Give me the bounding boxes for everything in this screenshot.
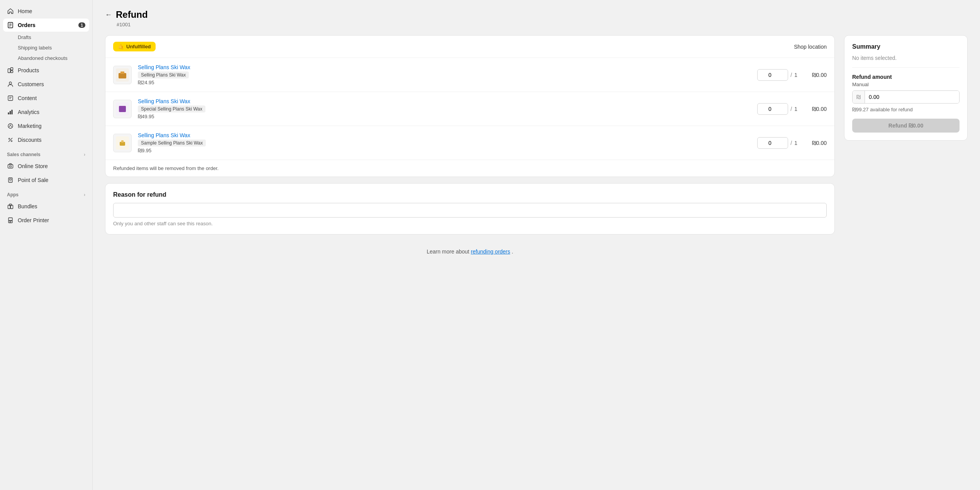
product-thumbnail-2: [113, 100, 132, 118]
refund-note: Refunded items will be removed from the …: [105, 160, 834, 177]
sidebar-item-pos[interactable]: Point of Sale: [3, 174, 89, 187]
reason-title: Reason for refund: [113, 191, 827, 198]
qty-separator-2: /: [790, 106, 792, 112]
svg-rect-34: [120, 71, 124, 74]
product-total-3: ₪0.00: [804, 140, 827, 146]
sidebar-item-online-store-label: Online Store: [18, 163, 48, 169]
refund-amount-title: Refund amount: [852, 74, 960, 80]
qty-input-1[interactable]: [757, 69, 788, 81]
refunding-orders-link[interactable]: refunding orders: [471, 248, 510, 255]
product-variant-2: Special Selling Plans Ski Wax: [138, 105, 205, 112]
analytics-icon: [7, 109, 14, 116]
apps-chevron: ›: [84, 192, 85, 197]
apps-section: Apps ›: [3, 187, 89, 199]
svg-rect-4: [8, 69, 10, 73]
svg-rect-12: [10, 111, 11, 114]
svg-point-16: [9, 138, 10, 140]
sidebar-item-content[interactable]: Content: [3, 92, 89, 105]
qty-max-1: 1: [794, 72, 797, 78]
svg-rect-6: [11, 71, 13, 73]
product-variant-1: Selling Plans Ski Wax: [138, 71, 189, 78]
summary-title: Summary: [852, 43, 960, 50]
back-button[interactable]: ←: [105, 11, 112, 19]
sidebar-item-marketing[interactable]: Marketing: [3, 119, 89, 133]
manual-label: Manual: [852, 82, 960, 87]
sidebar-sub-item-abandoned[interactable]: Abandoned checkouts: [3, 53, 89, 63]
product-price-2: ₪49.95: [138, 114, 751, 119]
status-badge: 🤙 Unfulfilled: [113, 42, 156, 51]
page-footer: Learn more about refunding orders .: [105, 241, 835, 259]
qty-group-3: / 1: [757, 137, 797, 149]
status-text: Unfulfilled: [126, 44, 151, 49]
sidebar-sub-item-shipping-label: Shipping labels: [18, 45, 52, 51]
sidebar-item-order-printer-label: Order Printer: [18, 217, 49, 223]
sidebar-sub-item-drafts[interactable]: Drafts: [3, 32, 89, 42]
svg-point-17: [11, 141, 12, 142]
refund-button[interactable]: Refund ₪0.00: [852, 119, 960, 133]
amount-input[interactable]: [865, 91, 959, 103]
product-name-link-3[interactable]: Selling Plans Ski Wax: [138, 132, 751, 138]
available-hint: ₪99.27 available for refund: [852, 107, 960, 112]
qty-input-2[interactable]: [757, 103, 788, 115]
orders-icon: [7, 22, 14, 29]
reason-input[interactable]: [113, 203, 827, 218]
product-name-link-1[interactable]: Selling Plans Ski Wax: [138, 64, 751, 70]
sidebar-item-orders[interactable]: Orders 1: [3, 19, 89, 32]
sidebar-item-online-store[interactable]: Online Store: [3, 160, 89, 173]
svg-line-18: [8, 138, 12, 142]
qty-group-2: / 1: [757, 103, 797, 115]
sidebar-item-bundles-label: Bundles: [18, 203, 37, 209]
sidebar-item-products[interactable]: Products: [3, 64, 89, 77]
sidebar-item-products-label: Products: [18, 67, 39, 73]
sidebar-item-content-label: Content: [18, 95, 37, 101]
reason-hint: Only you and other staff can see this re…: [113, 221, 827, 226]
sidebar-item-bundles[interactable]: Bundles: [3, 200, 89, 213]
product-price-1: ₪24.95: [138, 80, 751, 85]
home-icon: [7, 8, 14, 15]
product-price-3: ₪9.95: [138, 148, 751, 153]
svg-rect-33: [119, 73, 126, 78]
orders-badge: 1: [78, 22, 85, 28]
summary-card: Summary No items selected. Refund amount…: [844, 35, 968, 141]
discounts-icon: [7, 136, 14, 143]
product-name-link-2[interactable]: Selling Plans Ski Wax: [138, 98, 751, 104]
summary-empty: No items selected.: [852, 55, 960, 68]
content-area: 🤙 Unfulfilled Shop location: [105, 35, 968, 259]
svg-rect-20: [10, 166, 12, 167]
table-row: Selling Plans Ski Wax Sample Selling Pla…: [105, 126, 834, 160]
bundles-icon: [7, 203, 14, 210]
svg-rect-39: [121, 140, 124, 143]
marketing-icon: [7, 122, 14, 129]
amount-input-wrapper: ₪: [852, 90, 960, 104]
status-row: 🤙 Unfulfilled Shop location: [105, 36, 834, 58]
product-variant-3: Sample Selling Plans Ski Wax: [138, 140, 206, 146]
sidebar: Home Orders 1 Drafts Shipping labels Aba…: [0, 0, 93, 490]
svg-rect-22: [10, 179, 12, 180]
sidebar-item-discounts[interactable]: Discounts: [3, 133, 89, 146]
sidebar-item-customers[interactable]: Customers: [3, 78, 89, 91]
qty-max-3: 1: [794, 140, 797, 146]
sidebar-item-marketing-label: Marketing: [18, 123, 41, 129]
sidebar-item-orders-label: Orders: [18, 22, 36, 28]
order-printer-icon: [7, 217, 14, 224]
qty-input-3[interactable]: [757, 137, 788, 149]
table-row: Selling Plans Ski Wax Special Selling Pl…: [105, 92, 834, 126]
sidebar-item-home-label: Home: [18, 8, 32, 14]
sales-channels-chevron: ›: [84, 152, 85, 157]
sidebar-item-analytics[interactable]: Analytics: [3, 105, 89, 119]
product-info-2: Selling Plans Ski Wax Special Selling Pl…: [138, 98, 751, 119]
sidebar-sub-item-shipping[interactable]: Shipping labels: [3, 43, 89, 53]
svg-rect-11: [8, 112, 9, 114]
svg-rect-19: [8, 165, 13, 168]
sidebar-item-home[interactable]: Home: [3, 5, 89, 18]
svg-rect-36: [119, 106, 126, 112]
qty-separator-3: /: [790, 140, 792, 146]
sidebar-item-discounts-label: Discounts: [18, 137, 41, 143]
sidebar-item-customers-label: Customers: [18, 81, 44, 87]
status-emoji: 🤙: [118, 44, 124, 49]
product-total-1: ₪0.00: [804, 72, 827, 78]
svg-rect-13: [12, 110, 13, 114]
sidebar-item-order-printer[interactable]: Order Printer: [3, 214, 89, 227]
page-header: ← Refund: [105, 9, 968, 20]
main-content: ← Refund #1001 🤙 Unfulfilled Shop locati…: [93, 0, 980, 490]
